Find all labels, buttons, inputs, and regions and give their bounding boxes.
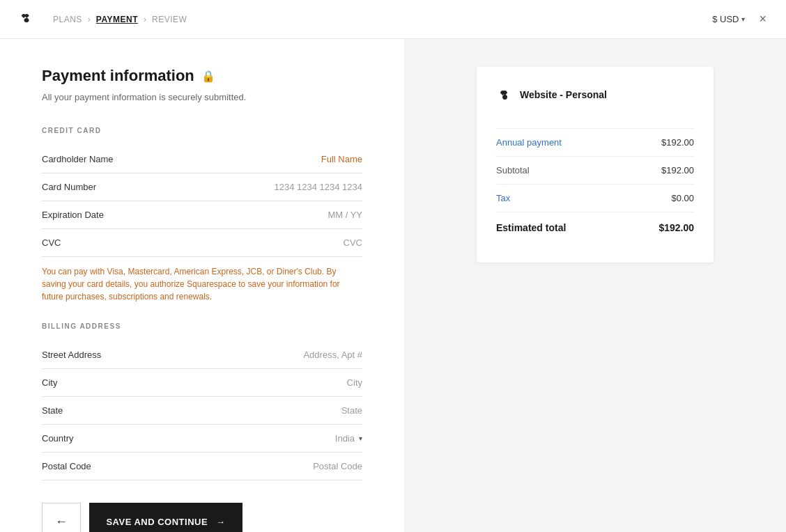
summary-card: Website - Personal Annual payment $192.0… xyxy=(477,67,714,263)
total-value: $192.00 xyxy=(658,222,694,233)
postal-code-row[interactable]: Postal Code Postal Code xyxy=(42,453,362,480)
street-address-input[interactable]: Address, Apt # xyxy=(303,350,362,360)
total-label: Estimated total xyxy=(496,222,566,233)
postal-code-label: Postal Code xyxy=(42,461,91,471)
card-number-input[interactable]: 1234 1234 1234 1234 xyxy=(274,182,362,192)
currency-selector[interactable]: $ USD ▾ xyxy=(712,14,745,24)
expiration-date-row[interactable]: Expiration Date MM / YY xyxy=(42,201,362,229)
breadcrumb-payment[interactable]: PAYMENT xyxy=(96,15,138,24)
expiration-date-input[interactable]: MM / YY xyxy=(328,210,362,220)
state-label: State xyxy=(42,405,63,416)
city-input[interactable]: City xyxy=(347,377,362,388)
street-address-row[interactable]: Street Address Address, Apt # xyxy=(42,341,362,369)
cvc-row[interactable]: CVC CVC xyxy=(42,229,362,257)
summary-annual-payment-row: Annual payment $192.00 xyxy=(496,128,694,156)
breadcrumb-plans[interactable]: PLANS xyxy=(53,15,82,24)
svg-rect-0 xyxy=(17,8,36,28)
breadcrumb-sep-2: › xyxy=(144,15,146,24)
annual-payment-value: $192.00 xyxy=(661,137,694,148)
country-label: Country xyxy=(42,433,74,444)
state-row[interactable]: State State xyxy=(42,397,362,425)
credit-card-section: CREDIT CARD Cardholder Name Full Name Ca… xyxy=(42,127,362,303)
chevron-down-icon: ▾ xyxy=(741,15,745,23)
street-address-label: Street Address xyxy=(42,350,101,360)
city-label: City xyxy=(42,377,57,388)
country-value: India xyxy=(335,433,355,444)
save-continue-label: SAVE AND CONTINUE xyxy=(106,517,208,527)
back-arrow-icon: ← xyxy=(55,515,68,529)
summary-subtotal-row: Subtotal $192.00 xyxy=(496,156,694,184)
summary-logo xyxy=(496,86,513,103)
summary-title: Website - Personal xyxy=(520,89,607,100)
cvc-input[interactable]: CVC xyxy=(344,237,362,248)
tax-label: Tax xyxy=(496,193,510,203)
bottom-actions: ← SAVE AND CONTINUE → xyxy=(42,503,362,533)
cardholder-name-label: Cardholder Name xyxy=(42,154,114,164)
cardholder-name-row[interactable]: Cardholder Name Full Name xyxy=(42,146,362,173)
state-input[interactable]: State xyxy=(341,405,362,416)
subtotal-label: Subtotal xyxy=(496,165,530,175)
currency-label: $ USD xyxy=(712,14,739,24)
right-panel: Website - Personal Annual payment $192.0… xyxy=(404,39,786,532)
billing-address-label: BILLING ADDRESS xyxy=(42,322,362,330)
top-nav: PLANS › PAYMENT › REVIEW $ USD ▾ × xyxy=(0,0,786,39)
breadcrumb-sep-1: › xyxy=(88,15,91,24)
subtotal-value: $192.00 xyxy=(661,165,694,175)
forward-arrow-icon: → xyxy=(216,517,226,527)
cvc-label: CVC xyxy=(42,237,61,248)
billing-address-section: BILLING ADDRESS Street Address Address, … xyxy=(42,322,362,480)
left-panel: Payment information 🔒 All your payment i… xyxy=(0,39,404,532)
logo[interactable] xyxy=(17,8,39,31)
postal-code-input[interactable]: Postal Code xyxy=(313,461,362,471)
nav-right: $ USD ▾ × xyxy=(712,9,769,29)
payment-info-text: You can pay with Visa, Mastercard, Ameri… xyxy=(42,265,362,303)
credit-card-label: CREDIT CARD xyxy=(42,127,362,134)
breadcrumb: PLANS › PAYMENT › REVIEW xyxy=(53,15,187,24)
page-title: Payment information 🔒 xyxy=(42,67,362,85)
save-continue-button[interactable]: SAVE AND CONTINUE → xyxy=(89,503,242,533)
main-content: Payment information 🔒 All your payment i… xyxy=(0,39,786,532)
close-button[interactable]: × xyxy=(756,9,769,29)
back-button[interactable]: ← xyxy=(42,503,81,533)
country-selector[interactable]: India ▾ xyxy=(335,433,362,444)
annual-payment-label: Annual payment xyxy=(496,137,562,148)
breadcrumb-review[interactable]: REVIEW xyxy=(152,15,187,24)
card-number-label: Card Number xyxy=(42,182,96,192)
cardholder-name-input[interactable]: Full Name xyxy=(321,154,362,164)
summary-total-row: Estimated total $192.00 xyxy=(496,212,694,243)
card-number-row[interactable]: Card Number 1234 1234 1234 1234 xyxy=(42,173,362,201)
city-row[interactable]: City City xyxy=(42,369,362,397)
lock-icon: 🔒 xyxy=(201,70,215,83)
summary-header: Website - Personal xyxy=(496,86,694,114)
expiration-date-label: Expiration Date xyxy=(42,210,104,220)
summary-tax-row: Tax $0.00 xyxy=(496,184,694,212)
page-subtitle: All your payment information is securely… xyxy=(42,91,362,104)
country-row[interactable]: Country India ▾ xyxy=(42,425,362,453)
tax-value: $0.00 xyxy=(671,193,694,203)
country-chevron-icon: ▾ xyxy=(359,435,362,442)
